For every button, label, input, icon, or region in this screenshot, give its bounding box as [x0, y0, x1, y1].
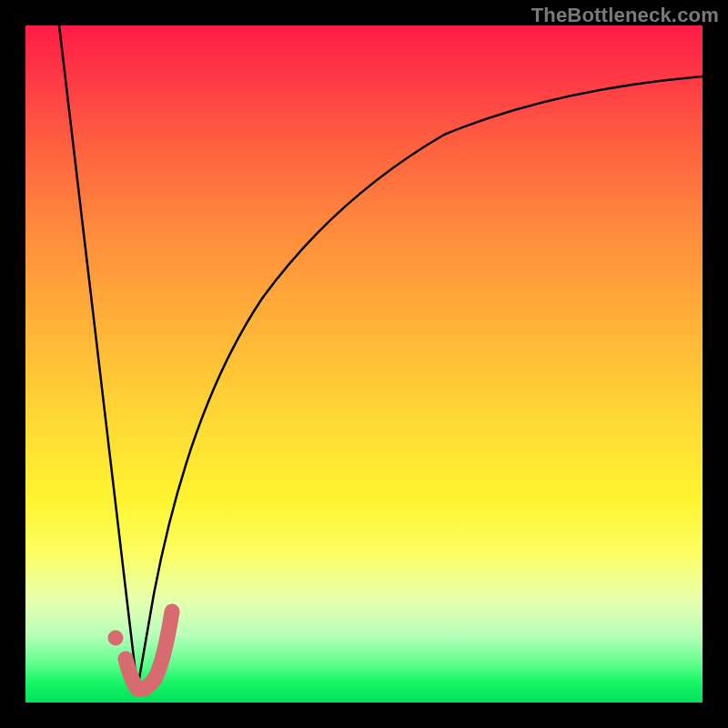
right-curve-line [137, 76, 703, 689]
highlight-dot [108, 631, 124, 646]
watermark-text: TheBottleneck.com [531, 4, 719, 27]
chart-container: TheBottleneck.com [0, 0, 728, 728]
plot-area [25, 25, 703, 703]
curve-overlay [25, 25, 703, 703]
left-descent-line [59, 25, 137, 689]
